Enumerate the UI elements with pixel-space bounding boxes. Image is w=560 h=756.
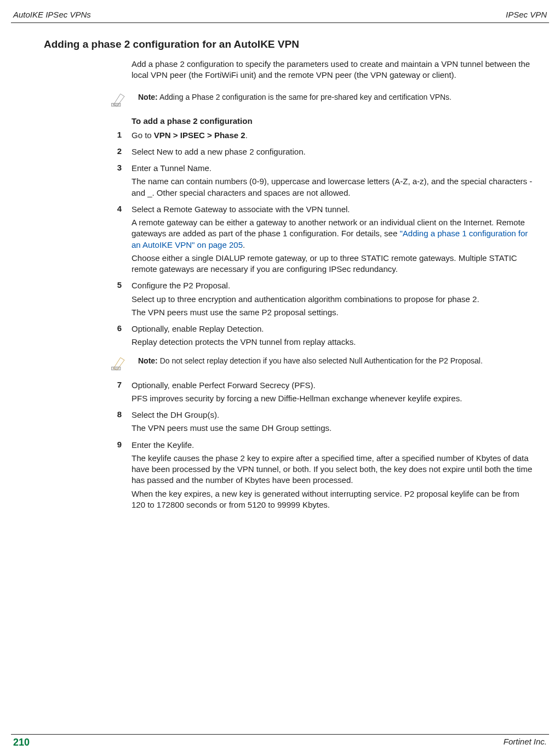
note-text-2: Note: Do not select replay detection if … [138, 356, 483, 366]
step-number: 2 [44, 146, 132, 160]
step-text: Select up to three encryption and authen… [132, 294, 533, 305]
step-body: Select New to add a new phase 2 configur… [132, 146, 533, 160]
caution-note-icon [110, 356, 129, 372]
step-number: 7 [44, 380, 132, 407]
step-number: 8 [44, 410, 132, 436]
step-text: . [245, 130, 248, 140]
step-number: 6 [44, 323, 132, 350]
step-6: 6 Optionally, enable Replay Detection. R… [44, 323, 533, 350]
step-text-part: . [243, 240, 245, 249]
step-text: Select the DH Group(s). [132, 410, 533, 420]
step-text: Optionally, enable Perfect Forward Secre… [132, 380, 533, 391]
step-text: The VPN peers must use the same DH Group… [132, 423, 533, 434]
step-text: PFS improves security by forcing a new D… [132, 393, 533, 404]
note-body: Adding a Phase 2 configuration is the sa… [158, 93, 452, 101]
step-number: 4 [44, 204, 132, 277]
note-text-1: Note: Adding a Phase 2 configuration is … [138, 92, 452, 103]
step-text: Optionally, enable Replay Detection. [132, 323, 533, 334]
page-header: AutoIKE IPSec VPNs IPSec VPN [11, 10, 549, 20]
step-text: Select a Remote Gateway to associate wit… [132, 204, 533, 215]
step-8: 8 Select the DH Group(s). The VPN peers … [44, 410, 533, 436]
step-2: 2 Select New to add a new phase 2 config… [44, 146, 533, 160]
step-text-bold: VPN > IPSEC > Phase 2 [154, 130, 245, 140]
step-text: Go to [132, 130, 154, 140]
step-1: 1 Go to VPN > IPSEC > Phase 2. [44, 130, 533, 143]
page-footer: 210 Fortinet Inc. [11, 734, 549, 748]
step-body: Go to VPN > IPSEC > Phase 2. [132, 130, 533, 143]
step-text: A remote gateway can be either a gateway… [132, 217, 533, 251]
step-body: Optionally, enable Perfect Forward Secre… [132, 380, 533, 407]
step-text: Choose either a single DIALUP remote gat… [132, 253, 533, 275]
step-text: The VPN peers must use the same P2 propo… [132, 307, 533, 318]
step-number: 5 [44, 280, 132, 320]
step-text: Configure the P2 Proposal. [132, 280, 533, 291]
step-body: Configure the P2 Proposal. Select up to … [132, 280, 533, 320]
note-label: Note: [138, 93, 158, 101]
step-9: 9 Enter the Keylife. The keylife causes … [44, 440, 533, 513]
header-right: IPSec VPN [506, 10, 547, 19]
procedure-heading: To add a phase 2 configuration [132, 116, 533, 126]
footer-rule [11, 734, 549, 735]
step-body: Select a Remote Gateway to associate wit… [132, 204, 533, 277]
step-body: Select the DH Group(s). The VPN peers mu… [132, 410, 533, 436]
step-text: The name can contain numbers (0-9), uppe… [132, 176, 533, 198]
step-body: Optionally, enable Replay Detection. Rep… [132, 323, 533, 350]
step-5: 5 Configure the P2 Proposal. Select up t… [44, 280, 533, 320]
step-text: Select New to add a new phase 2 configur… [132, 146, 533, 157]
step-4: 4 Select a Remote Gateway to associate w… [44, 204, 533, 277]
step-body: Enter a Tunnel Name. The name can contai… [132, 163, 533, 201]
step-body: Enter the Keylife. The keylife causes th… [132, 440, 533, 513]
section-title: Adding a phase 2 configuration for an Au… [44, 38, 533, 50]
step-7: 7 Optionally, enable Perfect Forward Sec… [44, 380, 533, 407]
section-intro: Add a phase 2 configuration to specify t… [132, 59, 533, 81]
step-number: 1 [44, 130, 132, 143]
step-number: 9 [44, 440, 132, 513]
note-block-1: Note: Adding a Phase 2 configuration is … [110, 92, 533, 109]
note-icon [110, 92, 129, 109]
step-text: Enter the Keylife. [132, 440, 533, 451]
step-text: Replay detection protects the VPN tunnel… [132, 337, 533, 348]
step-text: Enter a Tunnel Name. [132, 163, 533, 174]
footer-company: Fortinet Inc. [504, 737, 547, 748]
page-number: 210 [13, 737, 30, 748]
header-left: AutoIKE IPSec VPNs [13, 10, 91, 19]
step-number: 3 [44, 163, 132, 201]
step-text: The keylife causes the phase 2 key to ex… [132, 453, 533, 486]
note-body: Do not select replay detection if you ha… [158, 356, 483, 365]
note-block-2: Note: Do not select replay detection if … [110, 356, 533, 372]
step-text: When the key expires, a new key is gener… [132, 488, 533, 511]
note-label: Note: [138, 356, 158, 365]
step-3: 3 Enter a Tunnel Name. The name can cont… [44, 163, 533, 201]
